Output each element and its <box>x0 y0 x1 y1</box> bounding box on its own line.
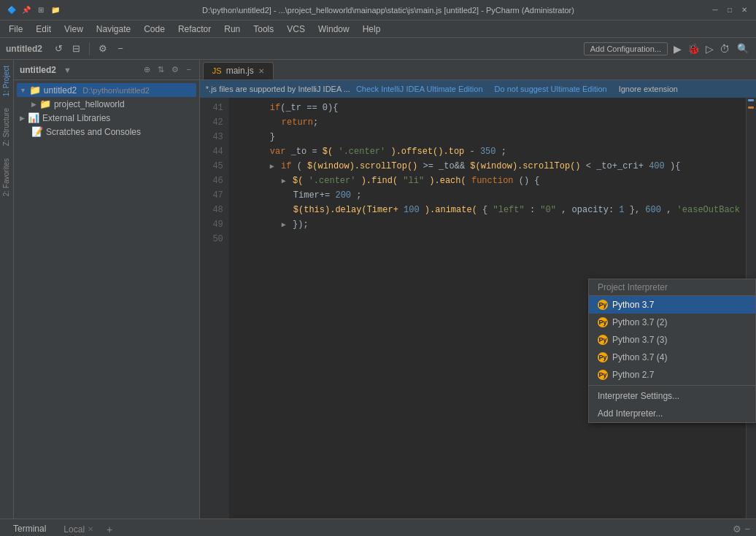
python-icon-3: Py <box>598 335 608 345</box>
interpreter-python37-2-label: Python 3.7 (2) <box>612 317 667 327</box>
grid-icon: ⊞ <box>35 4 47 16</box>
sync-icon[interactable]: ↺ <box>51 42 66 56</box>
interpreter-python37-4[interactable]: Py Python 3.7 (4) <box>589 349 755 366</box>
sidebar-favorites-icon[interactable]: 2: Favorites <box>1 155 12 199</box>
fold-icon-45[interactable]: ▶ <box>270 163 274 171</box>
code-line-48: $(this).delay(Timer+ 100 ).animate( { "l… <box>235 203 740 217</box>
js-file-icon: JS <box>212 66 222 75</box>
project-tree: ▼ 📁 untitled2 D:\python\untitled2 ▶ 📁 pr… <box>14 80 199 518</box>
sidebar-project-icon[interactable]: 1: Project <box>1 63 12 99</box>
notification-text: *.js files are supported by IntelliJ IDE… <box>206 85 350 93</box>
menu-help[interactable]: Help <box>357 23 387 36</box>
fold-icon-46[interactable]: ▶ <box>282 177 286 185</box>
panel-add-icon[interactable]: ⊕ <box>142 64 153 75</box>
python-icon-1: Py <box>598 300 608 310</box>
maximize-button[interactable]: □ <box>724 4 736 16</box>
tree-item-scratches[interactable]: 📝 Scratches and Consoles <box>17 125 196 139</box>
menu-view[interactable]: View <box>58 23 89 36</box>
window-controls[interactable]: ─ □ ✕ <box>709 4 750 16</box>
minimize-button[interactable]: ─ <box>709 4 721 16</box>
do-not-suggest-link[interactable]: Do not suggest Ultimate Edition <box>495 85 607 93</box>
interpreter-python37-4-label: Python 3.7 (4) <box>612 352 667 362</box>
menu-run[interactable]: Run <box>218 23 246 36</box>
code-line-44: var _to = $( '.center' ).offset().top - … <box>235 144 740 159</box>
fold-icon-49[interactable]: ▶ <box>282 221 286 229</box>
window-title: D:\python\untitled2] - ...\project_hello… <box>67 6 709 15</box>
menu-refactor[interactable]: Refactor <box>172 23 217 36</box>
interpreter-settings-button[interactable]: Interpreter Settings... <box>589 387 755 405</box>
menu-vcs[interactable]: VCS <box>281 23 311 36</box>
panel-dropdown-icon[interactable]: ▼ <box>63 66 72 74</box>
add-terminal-button[interactable]: + <box>104 524 115 535</box>
code-line-43: } <box>235 130 740 144</box>
app-logo-icon: 🔷 <box>6 4 18 16</box>
hierarchy-icon[interactable]: ⊟ <box>69 42 83 56</box>
tree-extlibs-label: External Libraries <box>42 113 110 123</box>
panel-gear-icon[interactable]: ⚙ <box>169 64 181 75</box>
tree-root-path: D:\python\untitled2 <box>82 86 150 95</box>
sidebar-structure-icon[interactable]: Z: Structure <box>1 105 12 149</box>
scroll-marker-2 <box>748 106 754 109</box>
tree-scratches-label: Scratches and Consoles <box>46 127 141 137</box>
bottom-panel-actions: ⚙ − <box>733 524 750 535</box>
menu-tools[interactable]: Tools <box>247 23 279 36</box>
tree-indent-1: ▶ 📁 project_helloworld <box>17 97 196 111</box>
toolbar-separator <box>89 42 90 55</box>
tab-local[interactable]: Local ✕ <box>56 521 101 537</box>
close-panel-icon[interactable]: − <box>113 42 128 56</box>
coverage-button[interactable]: ▷ <box>706 43 714 55</box>
code-line-46: ▶ $( '.center' ).find( "li" ).each( func… <box>235 174 740 188</box>
run-button[interactable]: ▶ <box>674 43 682 55</box>
title-bar: 🔷 📌 ⊞ 📁 D:\python\untitled2] - ...\proje… <box>0 0 756 20</box>
bottom-tabs: Terminal Local ✕ + ⚙ − <box>0 519 756 536</box>
ignore-extension-link[interactable]: Ignore extension <box>619 85 678 93</box>
terminal-minimize-icon[interactable]: − <box>744 524 750 535</box>
panel-close-icon[interactable]: − <box>184 64 193 75</box>
terminal-settings-icon[interactable]: ⚙ <box>733 524 741 535</box>
line-num-50: 50 <box>200 232 223 246</box>
local-tab-close-icon[interactable]: ✕ <box>88 525 93 533</box>
python-icon-2: Py <box>598 317 608 327</box>
tab-main-js[interactable]: JS main.js ✕ <box>203 62 274 79</box>
menu-navigate[interactable]: Navigate <box>90 23 136 36</box>
scroll-marker-1 <box>748 99 754 101</box>
check-intellij-link[interactable]: Check IntelliJ IDEA Ultimate Edition <box>356 85 483 93</box>
interpreter-settings-label: Interpreter Settings... <box>598 391 679 401</box>
menu-code[interactable]: Code <box>138 23 171 36</box>
interpreter-python27[interactable]: Py Python 2.7 <box>589 366 755 384</box>
interpreter-python37-3[interactable]: Py Python 3.7 (3) <box>589 331 755 349</box>
project-label: untitled2 <box>6 44 42 54</box>
interpreter-python37-label: Python 3.7 <box>612 300 654 310</box>
close-button[interactable]: ✕ <box>738 4 750 16</box>
project-panel-header: untitled2 ▼ ⊕ ⇅ ⚙ − <box>14 60 199 80</box>
tree-item-root[interactable]: ▼ 📁 untitled2 D:\python\untitled2 <box>17 83 196 97</box>
scratches-icon: 📝 <box>31 126 43 137</box>
menu-file[interactable]: File <box>3 23 28 36</box>
line-num-49: 49 <box>200 217 223 232</box>
keyword-var: var <box>270 147 286 157</box>
python-icon-5: Py <box>598 370 608 380</box>
profile-button[interactable]: ⏱ <box>720 43 730 55</box>
menu-edit[interactable]: Edit <box>30 23 57 36</box>
settings-icon[interactable]: ⚙ <box>96 42 110 56</box>
tree-item-external-libs[interactable]: ▶ 📊 External Libraries <box>17 111 196 125</box>
add-interpreter-button[interactable]: Add Interpreter... <box>589 405 755 422</box>
menu-window[interactable]: Window <box>312 23 355 36</box>
add-configuration-button[interactable]: Add Configuration... <box>584 42 668 55</box>
tree-item-helloworld[interactable]: ▶ 📁 project_helloworld <box>28 97 196 111</box>
tab-close-icon[interactable]: ✕ <box>258 67 264 75</box>
panel-sort-icon[interactable]: ⇅ <box>155 64 166 75</box>
search-everywhere-icon[interactable]: 🔍 <box>736 42 750 56</box>
interpreter-python37-2[interactable]: Py Python 3.7 (2) <box>589 314 755 331</box>
python-icon-4: Py <box>598 352 608 362</box>
folder-icon: 📁 <box>50 4 61 16</box>
notification-bar: *.js files are supported by IntelliJ IDE… <box>200 80 756 98</box>
code-line-41: if(_tr == 0){ <box>235 101 740 115</box>
popup-header: Project Interpreter <box>589 279 755 296</box>
debug-button[interactable]: 🐞 <box>687 43 700 55</box>
bottom-panel: Terminal Local ✕ + ⚙ − You have 1 unappl… <box>0 518 756 536</box>
tab-terminal[interactable]: Terminal <box>6 521 53 537</box>
line-num-41: 41 <box>200 101 223 115</box>
interpreter-python37[interactable]: Py Python 3.7 <box>589 296 755 314</box>
line-num-42: 42 <box>200 115 223 130</box>
